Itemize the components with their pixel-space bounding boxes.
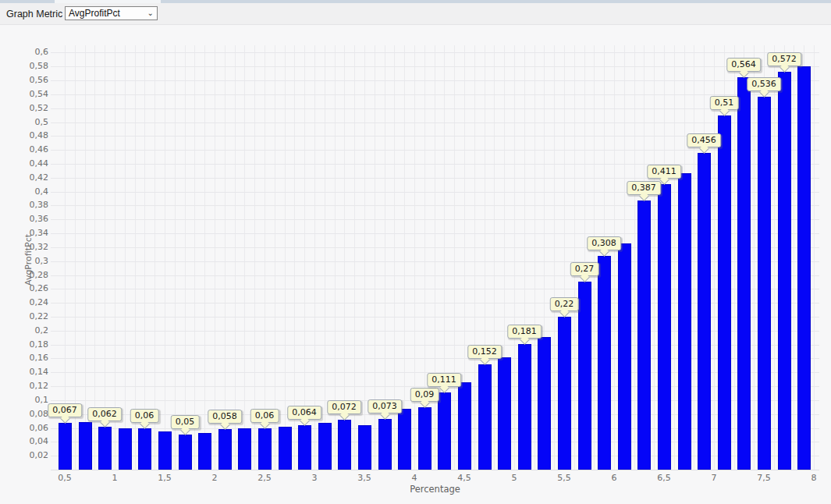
bar — [718, 115, 731, 470]
bar — [398, 409, 411, 470]
y-tick-label: 0,48 — [0, 130, 48, 140]
gridline-horizontal — [51, 52, 819, 53]
bar — [637, 201, 651, 470]
bar — [778, 72, 791, 470]
bar — [658, 184, 671, 470]
bar — [218, 429, 232, 470]
bar — [79, 422, 92, 470]
x-axis-title: Percentage — [51, 484, 819, 495]
x-tick-label: 3,5 — [347, 473, 382, 483]
y-tick-label: 0,32 — [0, 242, 48, 252]
bar — [258, 428, 272, 470]
y-tick-label: 0,18 — [0, 339, 48, 350]
bar — [418, 407, 431, 470]
x-tick-label: 2 — [197, 473, 232, 483]
bar — [558, 317, 571, 470]
y-tick-label: 0,24 — [0, 297, 48, 307]
x-tick-label: 0,5 — [48, 473, 82, 483]
graph-metric-value: AvgProfitPct — [66, 8, 147, 19]
active-tab-indicator — [55, 0, 161, 3]
bar — [737, 77, 751, 470]
bar — [618, 243, 631, 470]
x-tick-label: 1 — [98, 473, 132, 483]
x-tick-label: 6 — [597, 473, 631, 483]
y-tick-label: 0,12 — [0, 381, 48, 391]
bar — [298, 425, 311, 470]
graph-metric-dropdown[interactable]: AvgProfitPct ⌄ — [65, 6, 158, 20]
bar — [138, 428, 151, 470]
bar — [578, 282, 591, 470]
x-tick-label: 1,5 — [147, 473, 182, 483]
bar — [538, 337, 551, 470]
x-tick-label: 7 — [697, 473, 731, 483]
bar — [198, 433, 211, 470]
x-tick-label: 5,5 — [547, 473, 581, 483]
bar — [498, 357, 511, 470]
y-tick-label: 0,22 — [0, 311, 48, 321]
bar — [59, 423, 72, 470]
bar — [279, 427, 292, 470]
bar — [318, 423, 332, 470]
y-tick-label: 0,52 — [0, 103, 48, 113]
bar — [518, 344, 531, 470]
bar — [119, 428, 132, 470]
y-tick-label: 0,56 — [0, 75, 48, 85]
y-tick-label: 0,2 — [0, 325, 48, 335]
bar — [797, 66, 811, 470]
y-tick-label: 0,58 — [0, 61, 48, 71]
x-tick-label: 7,5 — [747, 473, 781, 483]
chevron-down-icon: ⌄ — [147, 9, 157, 17]
bar — [698, 153, 711, 470]
gridline-horizontal — [51, 108, 819, 109]
bar — [598, 256, 611, 470]
bar — [158, 431, 172, 470]
y-tick-label: 0,26 — [0, 283, 48, 293]
x-axis-line — [51, 470, 819, 470]
x-tick-label: 8 — [797, 473, 831, 483]
x-tick-label: 2,5 — [247, 473, 282, 483]
bar — [358, 425, 371, 470]
bar — [458, 382, 471, 470]
bar — [758, 97, 771, 470]
graph-metric-label: Graph Metric — [6, 9, 62, 20]
toolbar: Graph Metric AvgProfitPct ⌄ — [0, 3, 831, 25]
y-tick-label: 0,46 — [0, 144, 48, 154]
bar-chart: AvgProfitPct Percentage 0,020,040,060,08… — [0, 0, 831, 504]
y-tick-label: 0,08 — [0, 409, 48, 419]
x-tick-label: 4,5 — [447, 473, 481, 483]
y-tick-label: 0,02 — [0, 450, 48, 460]
y-tick-label: 0,16 — [0, 353, 48, 363]
x-tick-label: 5 — [497, 473, 531, 483]
y-tick-label: 0,6 — [0, 47, 48, 57]
bar — [98, 427, 112, 470]
y-tick-label: 0,5 — [0, 117, 48, 127]
bar — [678, 173, 691, 470]
y-tick-label: 0,04 — [0, 436, 48, 446]
gridline-horizontal — [51, 122, 819, 123]
y-tick-label: 0,4 — [0, 186, 48, 197]
bar — [378, 419, 392, 470]
bar — [179, 435, 192, 470]
y-tick-label: 0,06 — [0, 423, 48, 433]
bar — [478, 364, 492, 470]
y-tick-label: 0,28 — [0, 270, 48, 280]
x-tick-label: 6,5 — [647, 473, 681, 483]
x-tick-label: 4 — [397, 473, 431, 483]
y-tick-label: 0,38 — [0, 200, 48, 210]
y-tick-label: 0,14 — [0, 367, 48, 377]
y-tick-label: 0,44 — [0, 158, 48, 169]
y-tick-label: 0,1 — [0, 395, 48, 405]
gridline-horizontal — [51, 80, 819, 81]
y-tick-label: 0,36 — [0, 214, 48, 224]
gridline-horizontal — [51, 66, 819, 67]
y-tick-label: 0,42 — [0, 172, 48, 183]
y-tick-label: 0,54 — [0, 89, 48, 99]
gridline-horizontal — [51, 94, 819, 95]
y-tick-label: 0,34 — [0, 228, 48, 238]
x-tick-label: 3 — [297, 473, 332, 483]
y-tick-label: 0,3 — [0, 256, 48, 266]
top-strip — [0, 0, 831, 3]
bar — [338, 420, 351, 470]
bar — [438, 392, 451, 470]
bar — [238, 428, 251, 470]
